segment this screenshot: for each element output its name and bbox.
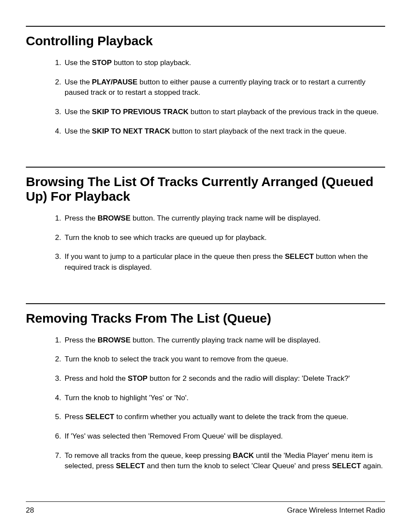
list-item: If you want to jump to a particular plac… (57, 252, 385, 273)
text-run: If 'Yes' was selected then 'Removed From… (65, 432, 283, 440)
text-run: Use the (65, 127, 92, 135)
section: Removing Tracks From The List (Queue)Pre… (26, 303, 385, 472)
list-item: Turn the knob to see which tracks are qu… (57, 233, 385, 243)
text-run: button. The currently playing track name… (131, 336, 321, 344)
list-item: To remove all tracks from the queue, kee… (57, 451, 385, 472)
instruction-list: Press the BROWSE button. The currently p… (26, 335, 385, 472)
text-run: Use the (65, 108, 92, 116)
list-item: Press SELECT to confirm whether you actu… (57, 412, 385, 423)
text-run: and then turn the knob to select 'Clear … (145, 462, 332, 470)
text-run: button to stop playback. (112, 59, 191, 67)
list-item: Turn the knob to highlight 'Yes' or 'No'… (57, 393, 385, 404)
text-run: Press (65, 413, 85, 421)
list-item: Press the BROWSE button. The currently p… (57, 213, 385, 224)
list-item: Use the SKIP TO PREVIOUS TRACK button to… (57, 107, 385, 118)
text-run: Use the (65, 59, 92, 67)
text-run: again. (361, 462, 383, 470)
text-run: If you want to jump to a particular plac… (65, 252, 285, 261)
text-run: Press and hold the (65, 374, 128, 383)
instruction-list: Press the BROWSE button. The currently p… (26, 213, 385, 273)
list-item: Use the SKIP TO NEXT TRACK button to sta… (57, 126, 385, 137)
page-number: 28 (26, 506, 34, 515)
list-item: Use the PLAY/PAUSE button to either paus… (57, 77, 385, 98)
list-item: Turn the knob to select the track you wa… (57, 354, 385, 365)
text-run: To remove all tracks from the queue, kee… (65, 451, 233, 460)
text-run: button. The currently playing track name… (131, 214, 321, 222)
text-run: Turn the knob to highlight 'Yes' or 'No'… (65, 394, 189, 402)
text-run: Press the (65, 336, 98, 344)
bold-text: BROWSE (98, 336, 131, 344)
section: Controlling PlaybackUse the STOP button … (26, 26, 385, 137)
bold-text: PLAY/PAUSE (92, 78, 137, 86)
document-page: Controlling PlaybackUse the STOP button … (0, 0, 411, 532)
page-footer: 28 Grace Wireless Internet Radio (26, 501, 385, 515)
product-name: Grace Wireless Internet Radio (287, 506, 385, 515)
bold-text: STOP (128, 374, 147, 383)
bold-text: SELECT (85, 413, 114, 421)
list-item: Press and hold the STOP button for 2 sec… (57, 373, 385, 384)
list-item: Press the BROWSE button. The currently p… (57, 335, 385, 346)
text-run: button for 2 seconds and the radio will … (147, 374, 350, 383)
bold-text: SELECT (116, 462, 145, 470)
bold-text: BACK (233, 451, 254, 460)
sections-container: Controlling PlaybackUse the STOP button … (26, 26, 385, 472)
bold-text: STOP (92, 59, 112, 67)
text-run: Turn the knob to see which tracks are qu… (65, 233, 267, 242)
bold-text: SELECT (285, 252, 314, 261)
text-run: Turn the knob to select the track you wa… (65, 355, 288, 363)
text-run: Press the (65, 214, 98, 222)
list-item: Use the STOP button to stop playback. (57, 58, 385, 68)
bold-text: SKIP TO PREVIOUS TRACK (92, 108, 188, 116)
section-heading: Browsing The List Of Tracks Currently Ar… (26, 174, 385, 204)
bold-text: SELECT (332, 462, 361, 470)
bold-text: BROWSE (98, 214, 131, 222)
section-heading: Controlling Playback (26, 34, 385, 48)
list-item: If 'Yes' was selected then 'Removed From… (57, 431, 385, 442)
bold-text: SKIP TO NEXT TRACK (92, 127, 170, 135)
instruction-list: Use the STOP button to stop playback.Use… (26, 58, 385, 137)
text-run: to confirm whether you actually want to … (114, 413, 348, 421)
section: Browsing The List Of Tracks Currently Ar… (26, 167, 385, 273)
text-run: button to start playback of the previous… (189, 108, 379, 116)
text-run: button to start playback of the next tra… (170, 127, 346, 135)
text-run: Use the (65, 78, 92, 86)
section-heading: Removing Tracks From The List (Queue) (26, 311, 385, 326)
